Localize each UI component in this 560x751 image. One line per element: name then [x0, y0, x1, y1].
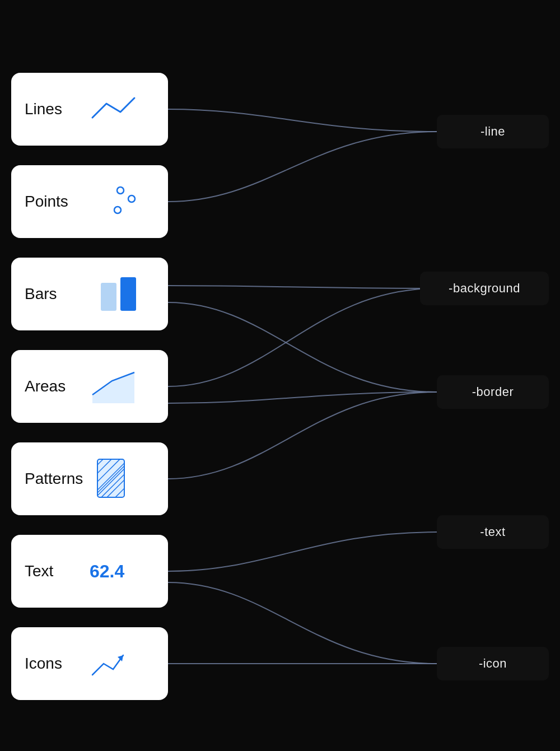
diagram-container: .curve { fill: none; stroke: #6b7a99; st…	[0, 0, 560, 751]
card-icons-label: Icons	[25, 655, 81, 673]
svg-point-0	[117, 187, 124, 194]
label-border: -border	[437, 375, 549, 409]
card-text: Text 62.4	[11, 535, 168, 608]
bars-icon	[90, 274, 140, 314]
text-value: 62.4	[90, 561, 124, 582]
icons-icon	[90, 647, 129, 680]
card-lines: Lines	[11, 73, 168, 146]
points-icon	[90, 182, 140, 221]
svg-point-2	[114, 207, 121, 213]
svg-rect-3	[101, 283, 116, 311]
card-points: Points	[11, 165, 168, 238]
svg-point-1	[128, 195, 135, 202]
card-bars: Bars	[11, 258, 168, 330]
label-text: -text	[437, 515, 549, 549]
label-icon: -icon	[437, 647, 549, 680]
card-text-label: Text	[25, 562, 81, 580]
label-border-text: -border	[472, 385, 514, 399]
label-line: -line	[437, 115, 549, 148]
patterns-icon	[92, 456, 131, 501]
card-patterns: Patterns	[11, 442, 168, 515]
label-background: -background	[420, 272, 549, 305]
card-lines-label: Lines	[25, 100, 81, 118]
card-bars-label: Bars	[25, 285, 81, 303]
label-icon-text: -icon	[479, 656, 507, 671]
label-text-text: -text	[480, 525, 505, 539]
card-points-label: Points	[25, 193, 81, 211]
text-icon: 62.4	[90, 561, 124, 582]
label-background-text: -background	[449, 281, 520, 296]
card-patterns-label: Patterns	[25, 470, 83, 488]
svg-rect-4	[120, 277, 136, 311]
lines-icon	[90, 92, 140, 126]
card-areas-label: Areas	[25, 377, 81, 395]
card-icons: Icons	[11, 627, 168, 700]
label-line-text: -line	[480, 124, 505, 139]
svg-marker-16	[118, 655, 123, 661]
areas-icon	[90, 367, 140, 406]
card-areas: Areas	[11, 350, 168, 423]
